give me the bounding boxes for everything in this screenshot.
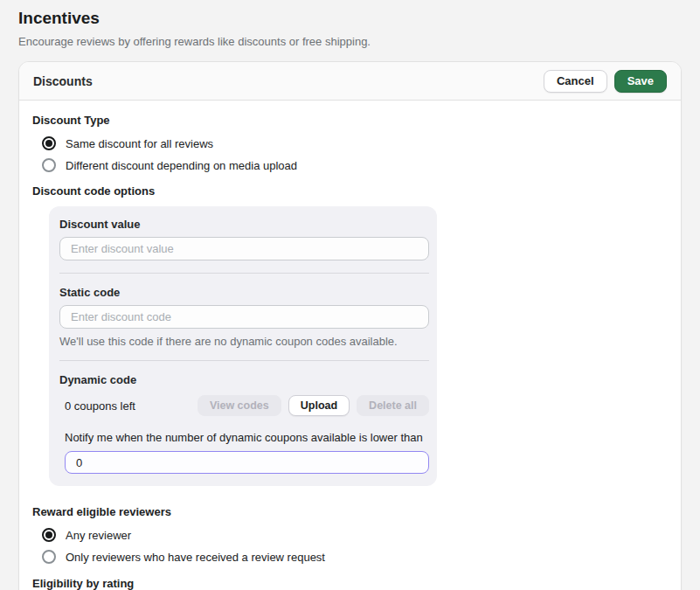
radio-label: Different discount depending on media up… [66,159,297,172]
reward-eligible-group: Any reviewer Only reviewers who have rec… [32,528,668,564]
notify-threshold-input[interactable] [65,451,429,474]
radio-icon [42,550,56,564]
static-code-label: Static code [59,286,429,299]
divider [59,360,429,361]
dynamic-code-label: Dynamic code [59,373,429,386]
discounts-card: Discounts Cancel Save Discount Type Same… [18,61,682,590]
incentives-page: Incentives Encourage reviews by offering… [0,0,700,590]
save-button[interactable]: Save [614,70,667,93]
card-title: Discounts [33,74,93,88]
discounts-card-header: Discounts Cancel Save [19,62,681,101]
radio-label: Any reviewer [66,529,131,542]
page-subtitle: Encourage reviews by offering rewards li… [18,35,682,48]
discount-value-input[interactable] [59,237,429,260]
view-codes-button[interactable]: View codes [198,395,281,416]
eligibility-rating-label: Eligibility by rating [32,577,668,590]
reward-eligible-label: Reward eligible reviewers [32,505,668,518]
radio-label: Same discount for all reviews [66,137,213,150]
radio-icon [42,136,56,150]
radio-different-discount[interactable]: Different discount depending on media up… [42,158,668,172]
discount-type-group: Same discount for all reviews Different … [32,136,668,172]
radio-icon [42,158,56,172]
discount-code-options-label: Discount code options [32,184,668,198]
radio-same-discount[interactable]: Same discount for all reviews [42,136,668,150]
header-actions: Cancel Save [544,70,667,93]
page-title: Incentives [18,7,682,28]
radio-any-reviewer[interactable]: Any reviewer [42,528,668,542]
discount-type-label: Discount Type [32,114,668,127]
radio-label: Only reviewers who have received a revie… [66,551,325,564]
upload-button[interactable]: Upload [288,395,350,416]
coupons-left-count: 0 coupons left [65,399,135,413]
cancel-button[interactable]: Cancel [544,70,607,93]
radio-only-requested-reviewers[interactable]: Only reviewers who have received a revie… [42,550,668,564]
discount-code-panel: Discount value Static code We'll use thi… [49,206,437,486]
dynamic-code-buttons: View codes Upload Delete all [198,395,429,416]
divider [59,273,429,274]
static-code-hint: We'll use this code if there are no dyna… [59,335,429,348]
notify-block: Notify me when the number of dynamic cou… [65,431,429,474]
notify-label: Notify me when the number of dynamic cou… [65,431,429,444]
radio-icon [42,528,56,542]
dynamic-code-row: 0 coupons left View codes Upload Delete … [59,395,429,416]
static-code-input[interactable] [59,305,429,329]
discounts-card-body: Discount Type Same discount for all revi… [19,101,681,590]
delete-all-button[interactable]: Delete all [357,395,429,416]
discount-value-label: Discount value [59,218,429,231]
